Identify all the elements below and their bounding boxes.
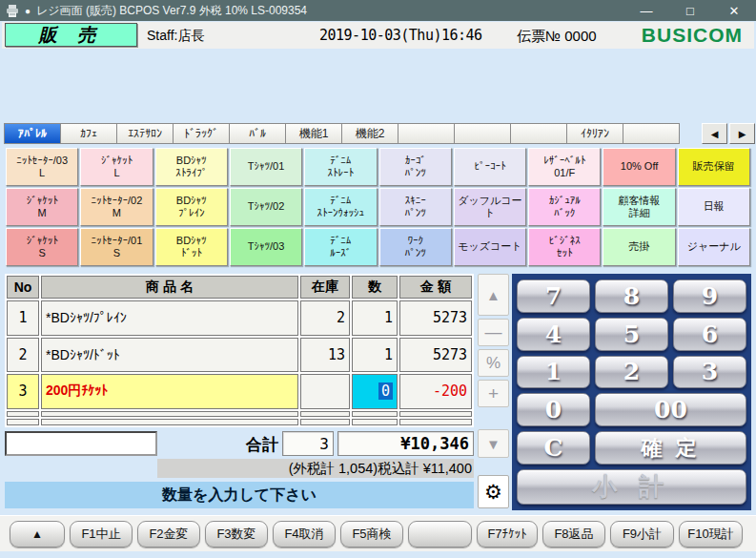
minimize-button[interactable]: — <box>624 0 668 21</box>
key-1[interactable]: 1 <box>517 356 590 389</box>
f6-empty-button[interactable] <box>408 521 472 548</box>
settings-gear-icon[interactable]: ⚙ <box>478 475 509 508</box>
tab-apparel[interactable]: ｱﾊﾟﾚﾙ <box>4 123 61 144</box>
tab-empty-2[interactable] <box>454 123 511 144</box>
barcode-input[interactable] <box>5 431 157 456</box>
product-button[interactable]: Tｼｬﾂ/01 <box>230 148 302 186</box>
product-button[interactable]: Tｼｬﾂ/02 <box>230 188 302 226</box>
tab-bar[interactable]: ﾊﾞﾙ <box>229 123 286 144</box>
f8-return-button[interactable]: F8返品 <box>542 521 605 548</box>
tax-summary: (外税計 1,054)税込計 ¥11,400 <box>157 459 474 478</box>
cell-no <box>7 419 39 425</box>
tab-cafe[interactable]: ｶﾌｪ <box>60 123 117 144</box>
f9-subtotal-button[interactable]: F9小計 <box>610 521 674 548</box>
customer-info-detail-button[interactable]: 顧客情報 詳細 <box>603 188 675 226</box>
printer-app-icon <box>6 5 19 17</box>
product-button[interactable]: ﾋﾞｼﾞﾈｽ ｾｯﾄ <box>528 228 601 266</box>
sales-items-table: No 商 品 名 在庫 数 金 額 1 *BDｼｬﾂ/ﾌﾟﾚｲﾝ 2 1 527… <box>5 274 474 427</box>
key-4[interactable]: 4 <box>517 318 590 351</box>
product-button[interactable]: BDｼｬﾂ ﾌﾟﾚｲﾝ <box>155 188 228 226</box>
product-button[interactable]: ﾆｯﾄｾｰﾀｰ/01 S <box>80 228 153 266</box>
table-row[interactable] <box>7 419 472 425</box>
product-button[interactable]: ｽｷﾆｰ ﾊﾟﾝﾂ <box>379 188 452 226</box>
product-button[interactable]: ﾜｰｸ ﾊﾟﾝﾂ <box>379 228 452 266</box>
f3-qty-change-button[interactable]: F3数変 <box>205 521 268 548</box>
tab-drug[interactable]: ﾄﾞﾗｯｸﾞ <box>173 123 230 144</box>
mode-badge: 販 売 <box>5 23 137 47</box>
key-2[interactable]: 2 <box>595 356 668 389</box>
cell-name: *BDｼｬﾂ/ﾌﾟﾚｲﾝ <box>41 300 298 336</box>
col-header-qty: 数 <box>352 276 398 299</box>
product-button[interactable]: ｼﾞｬｹｯﾄ M <box>6 188 78 226</box>
product-button[interactable]: モッズコート <box>454 228 526 266</box>
tab-function2[interactable]: 機能2 <box>341 123 398 144</box>
total-label: 合計 <box>225 434 278 456</box>
tab-function1[interactable]: 機能1 <box>285 123 342 144</box>
product-button[interactable]: ﾆｯﾄｾｰﾀｰ/03 L <box>6 148 78 186</box>
hold-sale-button[interactable]: 販売保留 <box>678 148 750 186</box>
f10-cash-total-button[interactable]: F10現計 <box>679 521 743 548</box>
product-button[interactable]: ﾆｯﾄｾｰﾀｰ/02 M <box>80 188 153 226</box>
product-button[interactable]: ﾋﾟｰｺｰﾄ <box>454 148 526 186</box>
subtotal-button[interactable]: 小 計 <box>517 469 746 505</box>
product-button[interactable]: BDｼｬﾂ ﾄﾞｯﾄ <box>155 228 228 266</box>
daily-report-button[interactable]: 日報 <box>678 188 750 226</box>
scroll-up-icon[interactable]: ▲ <box>478 274 509 316</box>
scroll-down-icon[interactable]: ▼ <box>478 429 509 458</box>
product-button[interactable]: Tｼｬﾂ/03 <box>230 228 302 266</box>
tab-italian[interactable]: ｲﾀﾘｱﾝ <box>566 123 623 144</box>
product-button[interactable]: ﾃﾞﾆﾑ ｽﾄｰﾝｳｫｯｼｭ <box>304 188 377 226</box>
product-button[interactable]: ｶｼﾞｭｱﾙ ﾊﾞｯｸ <box>528 188 601 226</box>
f2-price-change-button[interactable]: F2金変 <box>137 521 200 548</box>
tab-scroll-left-icon[interactable]: ◀ <box>702 123 727 144</box>
tab-empty-3[interactable] <box>510 123 567 144</box>
key-7[interactable]: 7 <box>517 279 590 313</box>
product-button[interactable]: ｶｰｺﾞ ﾊﾟﾝﾂ <box>379 148 452 186</box>
plus-button[interactable]: + <box>478 380 509 407</box>
credit-sale-button[interactable]: 売掛 <box>603 228 675 266</box>
cell-name <box>41 411 298 418</box>
product-button[interactable]: ﾚｻﾞｰﾍﾞﾙﾄ 01/F <box>528 148 601 186</box>
key-0[interactable]: 0 <box>517 393 590 426</box>
table-row[interactable]: 2 *BDｼｬﾂ/ﾄﾞｯﾄ 13 1 5273 <box>7 338 472 373</box>
qty-edit-value: 0 <box>378 382 393 400</box>
cell-qty <box>352 419 398 425</box>
product-button[interactable]: ﾃﾞﾆﾑ ｽﾄﾚｰﾄ <box>304 148 377 186</box>
tab-esthe-salon[interactable]: ｴｽﾃｻﾛﾝ <box>116 123 174 144</box>
percent-button[interactable]: % <box>478 349 509 377</box>
table-row[interactable] <box>7 411 472 418</box>
key-6[interactable]: 6 <box>673 318 746 351</box>
f5-item-lookup-button[interactable]: F5商検 <box>340 521 403 548</box>
key-9[interactable]: 9 <box>673 279 746 313</box>
f4-void-button[interactable]: F4取消 <box>273 521 336 548</box>
tab-scroll-right-icon[interactable]: ▶ <box>729 123 755 144</box>
key-00[interactable]: 00 <box>595 393 746 426</box>
table-row[interactable]: 1 *BDｼｬﾂ/ﾌﾟﾚｲﾝ 2 1 5273 <box>7 300 472 336</box>
product-button[interactable]: ダッフルコート <box>454 188 526 226</box>
panel-toggle-arrow-button[interactable]: ▲ <box>10 521 65 548</box>
key-clear[interactable]: C <box>517 431 590 465</box>
cell-no: 1 <box>7 300 39 336</box>
qty-input-cell[interactable]: 0 <box>352 374 398 409</box>
minus-button[interactable]: — <box>478 319 509 346</box>
product-button[interactable]: BDｼｬﾂ ｽﾄﾗｲﾌﾟ <box>155 148 228 186</box>
slip-number-label: 伝票№ 0000 <box>517 28 597 46</box>
tab-empty-4[interactable] <box>623 123 680 144</box>
journal-button[interactable]: ジャーナル <box>678 228 750 266</box>
confirm-button[interactable]: 確 定 <box>595 431 746 465</box>
key-8[interactable]: 8 <box>595 279 668 313</box>
product-button[interactable]: ｼﾞｬｹｯﾄ L <box>80 148 153 186</box>
key-5[interactable]: 5 <box>595 318 668 351</box>
product-button[interactable]: ｼﾞｬｹｯﾄ S <box>6 228 78 266</box>
f1-abort-button[interactable]: F1中止 <box>70 521 133 548</box>
cell-amount: -200 <box>399 374 472 409</box>
table-row-selected[interactable]: 3 200円ﾁｹｯﾄ 0 -200 <box>7 374 472 409</box>
f7-ticket-button[interactable]: F7ﾁｹｯﾄ <box>477 521 538 548</box>
tab-empty-1[interactable] <box>398 123 455 144</box>
numpad: 7 8 9 4 5 6 1 2 3 0 00 C 確 定 小 計 <box>512 274 751 510</box>
close-button[interactable]: ✕ <box>712 0 756 21</box>
discount-10-off-button[interactable]: 10% Off <box>603 148 675 186</box>
key-3[interactable]: 3 <box>673 356 746 389</box>
maximize-button[interactable]: □ <box>668 0 712 21</box>
product-button[interactable]: ﾃﾞﾆﾑ ﾙｰｽﾞ <box>304 228 377 266</box>
